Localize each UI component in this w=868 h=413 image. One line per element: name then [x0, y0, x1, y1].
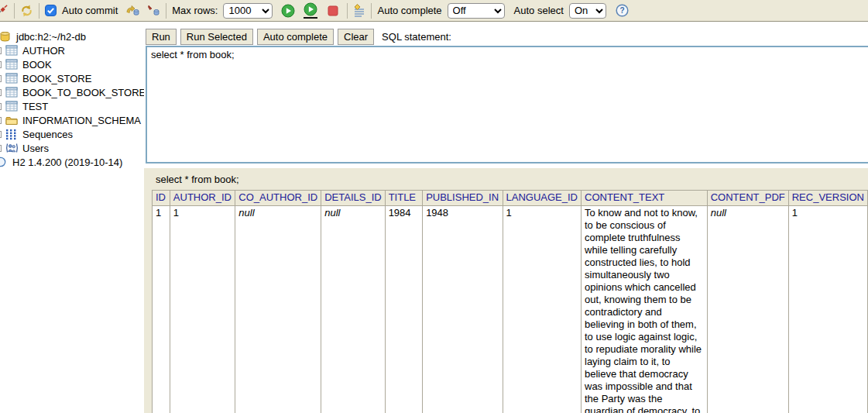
tree-item-label: BOOK_TO_BOOK_STORE [22, 87, 144, 98]
toolbar-separator [166, 3, 166, 19]
svg-text:?: ? [619, 6, 624, 15]
edit-icon[interactable] [353, 4, 365, 17]
column-header-published-in: PUBLISHED_IN [423, 191, 503, 206]
tree-item-label: INFORMATION_SCHEMA [22, 115, 141, 126]
tree-item-label: AUTHOR [22, 45, 65, 57]
expand-toggle[interactable] [0, 61, 2, 68]
run-button[interactable]: Run [146, 29, 177, 45]
tree-item-book[interactable]: BOOK [0, 57, 144, 71]
cell-rec-version: 1 [788, 206, 867, 413]
column-header-id: ID [153, 191, 170, 206]
column-header-content-text: CONTENT_TEXT [582, 191, 708, 206]
help-icon[interactable]: ? [616, 4, 629, 17]
cell-id: 1 [153, 206, 170, 413]
max-rows-select[interactable]: 1000 [223, 3, 273, 19]
cancel-icon[interactable] [328, 5, 338, 16]
cell-language-id: 1 [503, 206, 581, 413]
expand-toggle[interactable] [0, 145, 2, 152]
auto-commit-label: Auto commit [62, 5, 118, 16]
query-toolbar: Run Run Selected Auto complete Clear SQL… [146, 29, 451, 45]
users-icon [5, 142, 19, 154]
auto-select-label: Auto select [514, 5, 564, 16]
run-icon[interactable] [281, 4, 295, 18]
database-tree: jdbc:h2:~/h2-dbAUTHORBOOKBOOK_STOREBOOK_… [0, 22, 144, 413]
tree-item-label: Users [22, 143, 49, 154]
table-icon [5, 58, 19, 71]
toolbar-separator [14, 3, 15, 19]
max-rows-label: Max rows: [172, 5, 218, 16]
results-table: IDAUTHOR_IDCO_AUTHOR_IDDETAILS_IDTITLEPU… [152, 190, 868, 413]
tree-item-jdbc-h2-h2-db[interactable]: jdbc:h2:~/h2-db [0, 29, 144, 43]
column-header-author-id: AUTHOR_ID [170, 191, 235, 206]
commit-icon[interactable] [125, 5, 140, 16]
sql-statement-label: SQL statement: [382, 31, 451, 43]
toolbar-separator [39, 3, 39, 19]
main-toolbar: Auto commit Max rows: 1000 Auto complete… [0, 0, 868, 22]
auto-complete-button[interactable]: Auto complete [257, 29, 334, 45]
tree-item-label: Sequences [22, 129, 73, 140]
auto-complete-label: Auto complete [377, 5, 441, 16]
tree-item-test[interactable]: TEST [0, 99, 144, 113]
tree-item-label: BOOK [22, 59, 52, 71]
tree-item-book-store[interactable]: BOOK_STORE [0, 71, 144, 85]
cell-title: 1984 [385, 206, 423, 413]
tree-item-h2-1-4-200-2019-10-14[interactable]: H2 1.4.200 (2019-10-14) [0, 155, 144, 169]
sql-statement-input[interactable]: select * from book; [146, 46, 868, 163]
column-header-title: TITLE [385, 191, 423, 206]
query-echo: select * from book; [156, 174, 868, 185]
database-icon [0, 30, 12, 43]
auto-complete-select[interactable]: Off [448, 3, 505, 19]
folder-icon [5, 114, 19, 126]
expand-toggle[interactable] [0, 131, 2, 138]
tree-item-label: H2 1.4.200 (2019-10-14) [12, 157, 122, 168]
expand-toggle[interactable] [0, 117, 2, 124]
cell-co-author-id: null [235, 206, 321, 413]
run-selected-icon[interactable] [304, 2, 317, 19]
cell-published-in: 1948 [423, 206, 503, 413]
column-header-co-author-id: CO_AUTHOR_ID [235, 191, 321, 206]
tree-item-users[interactable]: Users [0, 141, 144, 155]
run-selected-button[interactable]: Run Selected [180, 29, 253, 45]
table-icon [5, 72, 19, 84]
cell-author-id: 1 [170, 206, 235, 413]
tree-item-author[interactable]: AUTHOR [0, 43, 144, 57]
column-header-content-pdf: CONTENT_PDF [707, 191, 788, 206]
table-icon [5, 86, 19, 98]
disconnect-icon[interactable] [0, 4, 9, 17]
expand-toggle[interactable] [0, 103, 2, 110]
tree-item-information-schema[interactable]: INFORMATION_SCHEMA [0, 113, 144, 127]
column-header-rec-version: REC_VERSION [788, 191, 867, 206]
sequences-icon [5, 128, 19, 140]
rollback-icon[interactable] [146, 5, 160, 16]
main-panel: Run Run Selected Auto complete Clear SQL… [144, 22, 868, 413]
tree-item-label: TEST [22, 101, 48, 112]
table-icon [5, 100, 19, 112]
results-panel: select * from book; IDAUTHOR_IDCO_AUTHOR… [144, 168, 868, 413]
expand-toggle[interactable] [0, 47, 2, 54]
cell-content-pdf: null [707, 206, 788, 413]
cell-details-id: null [321, 206, 385, 413]
expand-toggle[interactable] [0, 75, 2, 82]
tree-item-label: jdbc:h2:~/h2-db [16, 31, 86, 43]
toolbar-separator [371, 3, 372, 19]
column-header-language-id: LANGUAGE_ID [503, 191, 581, 206]
tree-item-book-to-book-store[interactable]: BOOK_TO_BOOK_STORE [0, 85, 144, 99]
tree-item-sequences[interactable]: Sequences [0, 127, 144, 141]
refresh-icon[interactable] [20, 5, 33, 17]
auto-commit-checkbox[interactable] [45, 5, 57, 16]
auto-select-select[interactable]: On [569, 3, 606, 19]
table-icon [5, 44, 19, 57]
tree-item-label: BOOK_STORE [22, 73, 91, 84]
info-icon [0, 156, 9, 168]
expand-toggle[interactable] [0, 89, 2, 96]
header-row: IDAUTHOR_IDCO_AUTHOR_IDDETAILS_IDTITLEPU… [153, 191, 868, 206]
table-row: 11nullnull198419481To know and not to kn… [153, 206, 868, 413]
column-header-details-id: DETAILS_ID [321, 191, 385, 206]
toolbar-separator [347, 3, 348, 19]
cell-content-text: To know and not to know, to be conscious… [582, 206, 708, 413]
h2-console: Auto commit Max rows: 1000 Auto complete… [0, 0, 868, 413]
clear-button[interactable]: Clear [338, 29, 374, 45]
